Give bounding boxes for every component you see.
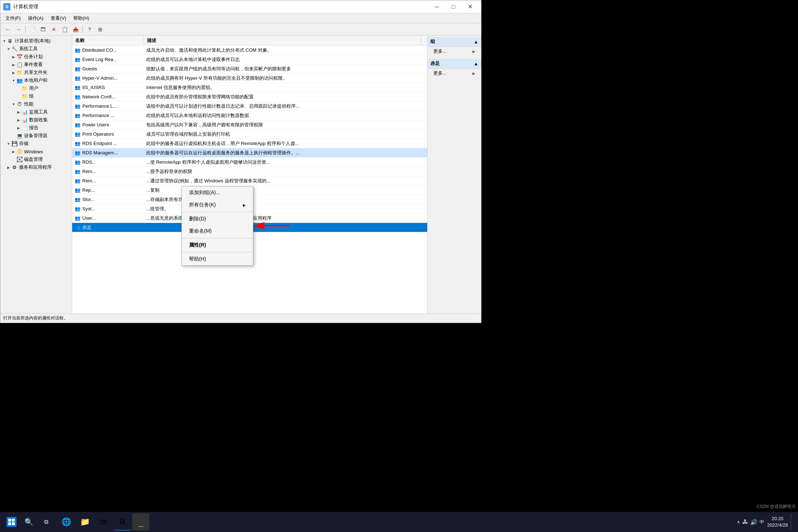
table-row[interactable]: 👥 Hyper-V Admin... 此组的成员拥有对 Hyper-V 所有功能… [72, 74, 427, 83]
label-report: 报告 [29, 125, 38, 131]
tray-expand-icon[interactable]: ∧ [737, 519, 740, 524]
icon-diskmgr: 💽 [16, 156, 23, 163]
label-sys: 系统工具 [19, 46, 38, 52]
show-desktop-button[interactable] [791, 513, 795, 531]
row-desc: ...授予远程登录的权限 [144, 168, 427, 175]
row-name: 👥 Rem... [72, 178, 144, 184]
expand-shared: ▶ [11, 71, 16, 75]
ctx-delete[interactable]: 删除(D) [182, 213, 253, 225]
row-desc: 此组的成员拥有对 Hyper-V 所有功能的完全且不受限制的访问权限。 [144, 75, 427, 81]
svg-rect-2 [8, 519, 11, 522]
tree-users[interactable]: 📁 用户 [0, 84, 72, 92]
task-view-button[interactable]: ⧉ [37, 513, 55, 531]
tree-system-tools[interactable]: ▼ 🔧 系统工具 [0, 45, 72, 53]
group-icon: 👥 [74, 103, 81, 109]
tree-event-viewer[interactable]: ▶ 📋 事件查看 [0, 61, 72, 69]
table-row[interactable]: 👥 Network Confi... 此组中的成员有部分管理权限来管理网络功能的… [72, 92, 427, 102]
ctx-add-to-group[interactable]: 添加到组(A)... [182, 187, 253, 199]
tree-report[interactable]: ▶ 📄 报告 [0, 124, 72, 132]
taskbar-right: ∧ 🖧 🔊 中 20:20 2022/4/28 [737, 513, 795, 531]
toolbar-doc[interactable]: 📄 [27, 25, 37, 34]
table-row[interactable]: 👥 Power Users 包括高级用户以向下兼容，高级用户拥有有限的管理权限 [72, 120, 427, 130]
network-icon[interactable]: 🖧 [742, 519, 748, 525]
row-name: 👥 Syst... [72, 206, 144, 212]
taskbar-compmgmt-icon[interactable]: 🖥 [114, 513, 131, 531]
ctx-all-tasks[interactable]: 所有任务(K) ▶ [182, 199, 253, 211]
table-row[interactable]: 👥 Performance L... 该组中的成员可以计划进行性能计数器日志记录… [72, 102, 427, 111]
tree-datacollect[interactable]: ▶ 📊 数据收集 [0, 116, 72, 124]
tree-groups[interactable]: 📁 组 [0, 92, 72, 100]
collapse-icon-2[interactable]: ▲ [474, 61, 478, 66]
ctx-properties[interactable]: 属性(R) [182, 239, 253, 251]
collapse-icon-1[interactable]: ▲ [474, 39, 478, 45]
row-name: 👥 Distributed CO... [72, 47, 144, 53]
menu-action[interactable]: 操作(A) [24, 14, 47, 23]
table-row[interactable]: 👥 Rem... ...通过管理协议(例如，通过 Windows 远程管理服务实… [72, 176, 427, 186]
tree-local-users[interactable]: ▼ 👥 本地用户和 [0, 76, 72, 84]
taskbar-clock[interactable]: 20:20 2022/4/28 [767, 515, 788, 528]
maximize-button[interactable]: □ [445, 0, 462, 13]
table-row[interactable]: 👥 RDS... ...使 RemoteApp 程序和个人虚拟桌面用户能够访问这… [72, 158, 427, 167]
tree-services[interactable]: ▶ ⚙ 服务和应用程序 [0, 163, 72, 171]
toolbar-grid[interactable]: ⊞ [95, 25, 105, 34]
ctx-help[interactable]: 帮助(H) [182, 253, 253, 265]
main-window: 🖥 计算机管理 ─ □ ✕ 文件(F) 操作(A) 查看(V) 帮助(H) ← … [0, 0, 481, 323]
icon-root: 🖥 [7, 38, 13, 44]
toolbar-forward[interactable]: → [13, 25, 23, 34]
table-row[interactable]: 👥 Event Log Rea... 此组的成员可以从本地计算机中读取事件日志 [72, 55, 427, 64]
table-row[interactable]: 👥 RDS Endpoint ... 此组中的服务器运行虚拟机和主机会话，用户 … [72, 139, 427, 148]
col-header-name: 名称 [72, 36, 144, 45]
action-more-2[interactable]: 更多... ▶ [428, 69, 481, 78]
table-row[interactable]: 👥 Rem... ...授予远程登录的权限 [72, 167, 427, 176]
taskbar-explorer-icon[interactable]: 📁 [76, 513, 93, 531]
toolbar-copy[interactable]: 📋 [60, 25, 70, 34]
icon-users-folder: 📁 [21, 85, 28, 92]
taskbar: 🔍 ⧉ 🌐 📁 🛍 🖥 _ ∧ 🖧 🔊 中 20:20 2022/4/28 [0, 512, 798, 532]
context-menu: 添加到组(A)... 所有任务(K) ▶ 删除(D) 重命名(M) 属性(R) … [181, 186, 253, 266]
table-row[interactable]: 👥 Distributed CO... 成员允许启动、激活和使用此计算机上的分布… [72, 46, 427, 55]
row-name: 👥 Power Users [72, 122, 144, 128]
table-row[interactable]: 👥 Print Operators 成员可以管理在域控制器上安装的打印机 [72, 130, 427, 139]
table-row[interactable]: 👥 Performance ... 此组的成员可以从本地和远程访问性能计数器数据 [72, 111, 427, 120]
tree-task-sched[interactable]: ▶ 📅 任务计划 [0, 53, 72, 61]
menu-view[interactable]: 查看(V) [47, 14, 70, 23]
expand-root: ▼ [2, 39, 7, 43]
tree-diskmgr[interactable]: 💽 磁盘管理 [0, 155, 72, 163]
taskbar-cmd-icon[interactable]: _ [132, 513, 149, 531]
ctx-rename[interactable]: 重命名(M) [182, 225, 253, 237]
search-button[interactable]: 🔍 [20, 513, 37, 531]
table-row[interactable]: 👥 Guests 按默认值，来宾跟用户组的成员有同等访问权，但来宾帐户的限制更多 [72, 64, 427, 74]
menu-file[interactable]: 文件(F) [2, 14, 24, 23]
tree-perf[interactable]: ▼ ⏱ 性能 [0, 100, 72, 108]
language-indicator[interactable]: 中 [760, 519, 764, 525]
action-more-1[interactable]: 更多... ▶ [428, 47, 481, 56]
close-button[interactable]: ✕ [462, 0, 478, 13]
toolbar-back[interactable]: ← [3, 25, 13, 34]
menu-help[interactable]: 帮助(H) [70, 14, 93, 23]
action-arrow-icon-2: ▶ [472, 71, 475, 75]
status-text: 打开当前所选内容的属性对话框。 [3, 315, 68, 321]
tree-storage[interactable]: ▼ 💾 存储 [0, 140, 72, 148]
tree-monitor[interactable]: ▶ 📊 监视工具 [0, 108, 72, 116]
toolbar-window[interactable]: 🗔 [38, 25, 48, 34]
volume-icon[interactable]: 🔊 [750, 519, 757, 526]
taskbar-ie-icon[interactable]: 🌐 [57, 513, 75, 531]
minimize-button[interactable]: ─ [429, 0, 445, 13]
table-row[interactable]: 👥 RDS Managem... 此组中的服务器可以在运行远程桌面服务的服务器上… [72, 148, 427, 158]
expand-storage: ▼ [6, 142, 11, 146]
expand-perf: ▼ [11, 102, 16, 106]
tree-windows[interactable]: ▶ 📀 Windows [0, 148, 72, 155]
svg-rect-4 [8, 522, 11, 525]
toolbar-delete[interactable]: ✕ [49, 25, 59, 34]
toolbar-paste[interactable]: 📤 [70, 25, 80, 34]
taskbar-store-icon[interactable]: 🛍 [95, 513, 112, 531]
tree-devmgr[interactable]: 💻 设备管理器 [0, 132, 72, 140]
label-services: 服务和应用程序 [19, 164, 52, 171]
start-button[interactable] [3, 513, 20, 531]
row-desc: 此组的成员可以从本地计算机中读取事件日志 [144, 56, 427, 63]
table-row[interactable]: 👥 IIS_IUSRS Internet 信息服务使用的内置组。 [72, 83, 427, 92]
tree-shared-folder[interactable]: ▶ 📁 共享文件夹 [0, 69, 72, 76]
toolbar-help[interactable]: ? [84, 25, 94, 34]
tree-root[interactable]: ▼ 🖥 计算机管理(本地) [0, 37, 72, 45]
expand-event: ▶ [11, 63, 16, 67]
